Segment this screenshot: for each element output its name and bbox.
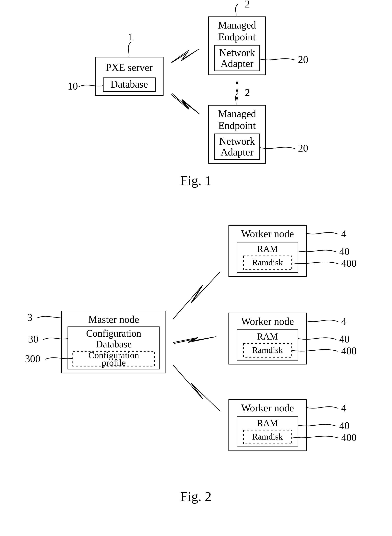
endpoint-bottom-title2: Endpoint <box>218 120 256 131</box>
worker1-ref: 4 <box>341 228 346 239</box>
worker-node-1: Worker node RAM Ramdisk <box>229 225 306 277</box>
svg-point-6 <box>236 97 238 100</box>
worker1-ram: RAM <box>257 244 278 254</box>
pxe-ref: 1 <box>128 31 133 43</box>
worker2-title: Worker node <box>241 316 294 327</box>
master-title: Master node <box>88 314 139 325</box>
zigzag-icon <box>173 365 220 411</box>
worker1-ramdisk-ref: 400 <box>341 258 357 269</box>
worker3-ramdisk: Ramdisk <box>252 432 283 441</box>
endpoint-bottom-adapter-ref: 20 <box>298 142 308 154</box>
endpoint-ellipsis-dots <box>236 81 238 100</box>
endpoint-top-adapter2: Adapter <box>220 58 253 69</box>
master-ref-leader: 3 <box>27 312 61 323</box>
master-db-ref: 30 <box>28 333 38 345</box>
master-profile-ref-leader: 300 <box>25 353 73 364</box>
master-db1: Configuration <box>86 328 141 339</box>
worker2-ref-leaders: 4 40 400 <box>292 316 357 356</box>
worker3-ramdisk-ref: 400 <box>341 432 357 443</box>
zigzag-icon <box>171 49 199 63</box>
worker3-ram: RAM <box>257 418 278 428</box>
worker1-ram-ref: 40 <box>339 246 350 257</box>
endpoint-top-ref-leader: 2 <box>235 0 250 17</box>
endpoint-bottom-adapter2: Adapter <box>220 147 253 158</box>
endpoint-bottom-adapter-ref-leader: 20 <box>260 142 308 154</box>
endpoint-top-title1: Managed <box>218 19 256 31</box>
master-db2: Database <box>96 339 132 350</box>
pxe-db-ref: 10 <box>68 81 78 92</box>
worker-node-3: Worker node RAM Ramdisk <box>229 400 306 451</box>
worker2-ref: 4 <box>341 316 346 327</box>
master-ref: 3 <box>27 312 33 323</box>
worker3-title: Worker node <box>241 402 294 413</box>
endpoint-top-title2: Endpoint <box>218 31 256 43</box>
master-profile2: profile <box>102 358 126 368</box>
svg-point-5 <box>236 89 238 92</box>
pxe-title: PXE server <box>106 62 153 73</box>
svg-point-4 <box>236 81 238 84</box>
worker2-ram: RAM <box>257 332 278 342</box>
endpoint-bottom: Managed Endpoint Network Adapter <box>209 105 266 163</box>
worker2-ramdisk-ref: 400 <box>341 345 357 356</box>
pxe-db-ref-leader: 10 <box>68 81 103 92</box>
worker2-ramdisk: Ramdisk <box>252 345 283 355</box>
endpoint-bottom-title1: Managed <box>218 108 256 119</box>
master-node-box: Master node Configuration Database Confi… <box>61 311 166 373</box>
endpoint-top: Managed Endpoint Network Adapter <box>209 17 266 75</box>
endpoint-top-adapter-ref: 20 <box>298 54 308 65</box>
worker-node-2: Worker node RAM Ramdisk <box>229 313 306 364</box>
figure-1-caption: Fig. 1 <box>180 173 212 188</box>
worker3-ref-leaders: 4 40 400 <box>292 402 357 443</box>
worker2-ram-ref: 40 <box>339 333 350 345</box>
pxe-server-box: PXE server Database <box>95 57 163 95</box>
zigzag-icon <box>173 272 220 319</box>
master-db-ref-leader: 30 <box>28 333 68 345</box>
figure-2-caption: Fig. 2 <box>180 489 212 504</box>
worker3-ram-ref: 40 <box>339 420 350 431</box>
endpoint-bottom-ref: 2 <box>245 87 250 98</box>
pxe-db-label: Database <box>111 79 148 90</box>
pxe-ref-leader: 1 <box>128 31 133 57</box>
worker1-title: Worker node <box>241 228 294 239</box>
zigzag-icon <box>173 337 216 343</box>
zigzag-icon <box>171 94 200 114</box>
figure-1: PXE server Database 1 10 Managed Endpoin… <box>68 0 308 188</box>
endpoint-top-ref: 2 <box>245 0 250 10</box>
master-profile-ref: 300 <box>25 353 40 364</box>
endpoint-top-adapter1: Network <box>219 47 255 58</box>
worker1-ramdisk: Ramdisk <box>252 258 283 267</box>
figure-2: Master node Configuration Database Confi… <box>25 225 357 504</box>
endpoint-bottom-adapter1: Network <box>219 136 255 147</box>
worker1-ref-leaders: 4 40 400 <box>292 228 357 269</box>
endpoint-top-adapter-ref-leader: 20 <box>260 54 308 65</box>
worker3-ref: 4 <box>341 402 346 413</box>
